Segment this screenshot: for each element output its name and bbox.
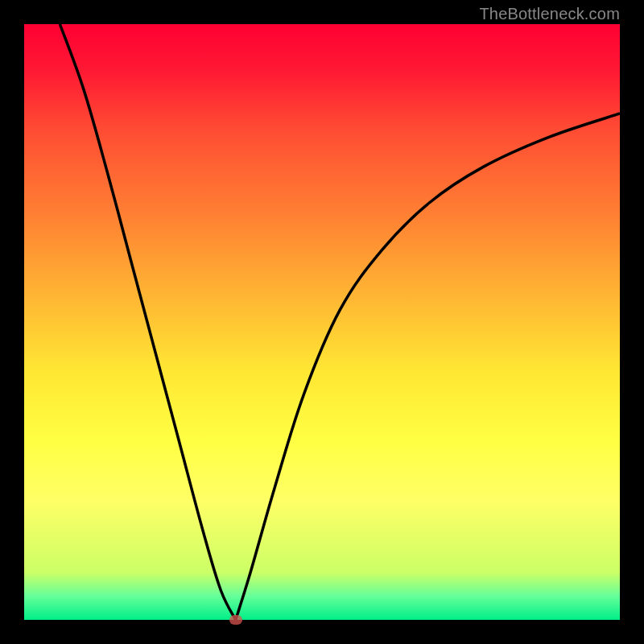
plot-area <box>24 24 620 620</box>
curve-svg <box>24 24 620 620</box>
left-branch-curve <box>60 24 235 620</box>
right-branch-curve <box>236 114 620 620</box>
watermark-text: TheBottleneck.com <box>479 5 620 23</box>
chart-container: TheBottleneck.com <box>0 0 644 644</box>
minimum-marker <box>229 615 242 625</box>
